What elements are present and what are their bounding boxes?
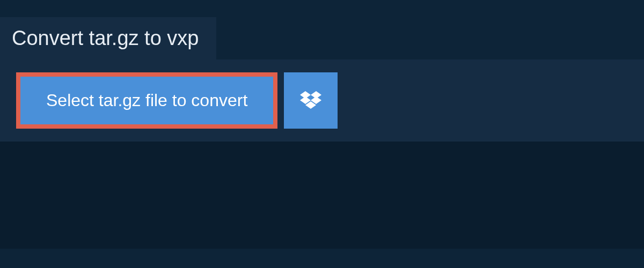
dropbox-icon (300, 91, 321, 110)
dropbox-button[interactable] (284, 72, 338, 129)
tab-header: Convert tar.gz to vxp (0, 17, 216, 59)
lower-region (0, 142, 644, 249)
select-file-label: Select tar.gz file to convert (46, 91, 247, 110)
button-group: Select tar.gz file to convert (16, 72, 338, 129)
content-panel: Select tar.gz file to convert (0, 59, 644, 142)
select-file-button[interactable]: Select tar.gz file to convert (16, 72, 277, 129)
page-title: Convert tar.gz to vxp (12, 27, 199, 50)
